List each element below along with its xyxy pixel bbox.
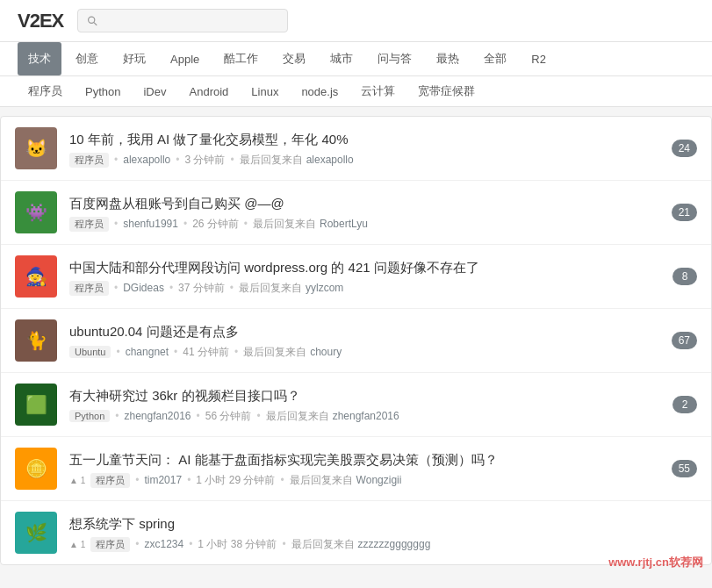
last-reply-user[interactable]: choury	[310, 346, 342, 358]
post-tag[interactable]: 程序员	[69, 153, 109, 168]
post-title[interactable]: 有大神研究过 36kr 的视频栏目接口吗？	[69, 386, 660, 405]
search-box[interactable]	[77, 9, 288, 32]
nav-tab[interactable]: 全部	[473, 42, 517, 75]
nav-tab[interactable]: 技术	[18, 42, 61, 75]
post-author[interactable]: alexapollo	[123, 154, 170, 166]
sub-nav-item[interactable]: 宽带症候群	[407, 76, 485, 106]
last-reply-user[interactable]: yylzcom	[306, 282, 343, 294]
post-meta: 程序员•shenfu1991•26 分钟前•最后回复来自 RobertLyu	[69, 217, 659, 232]
dot-separator: •	[115, 410, 119, 422]
sub-nav-item[interactable]: 云计算	[350, 76, 406, 106]
post-tag[interactable]: 程序员	[90, 537, 130, 552]
post-author[interactable]: zhengfan2016	[124, 410, 191, 422]
post-tag[interactable]: 程序员	[69, 217, 109, 232]
post-item: 🧙中国大陆和部分代理网段访问 wordpress.org 的 421 问题好像不…	[1, 245, 711, 309]
post-tag[interactable]: Python	[69, 410, 110, 422]
post-title[interactable]: 中国大陆和部分代理网段访问 wordpress.org 的 421 问题好像不存…	[69, 258, 660, 276]
post-meta: Ubuntu•changnet•41 分钟前•最后回复来自 choury	[69, 345, 659, 360]
last-reply-user[interactable]: alexapollo	[306, 154, 354, 166]
dot-separator: •	[114, 218, 118, 230]
post-author[interactable]: zxc1234	[144, 538, 183, 550]
dot-separator: •	[176, 154, 179, 166]
post-meta: Python•zhengfan2016•56 分钟前•最后回复来自 zhengf…	[69, 409, 660, 424]
last-reply-user[interactable]: RobertLyu	[320, 218, 368, 230]
sub-nav-item[interactable]: Android	[179, 78, 240, 105]
sub-nav-item[interactable]: Python	[75, 78, 131, 105]
post-item: 🪙五一儿童节天问： AI 能基于盘面指标实现完美股票交易决策（预测）吗？▲ 1程…	[1, 437, 711, 501]
post-author[interactable]: tim2017	[144, 474, 182, 486]
reply-count-badge: 55	[672, 460, 697, 477]
post-time: 3 分钟前	[184, 153, 225, 168]
post-title[interactable]: 百度网盘从租账号到自己购买 @—@	[69, 194, 659, 212]
post-tag[interactable]: 程序员	[90, 473, 130, 488]
posts-list: 🐱10 年前，我用 AI 做了量化交易模型，年化 40%程序员•alexapol…	[0, 116, 712, 565]
nav-tab[interactable]: 问与答	[367, 42, 422, 75]
nav-tab[interactable]: 最热	[426, 42, 470, 75]
last-reply-user[interactable]: Wongzigii	[356, 474, 402, 486]
post-content: 百度网盘从租账号到自己购买 @—@程序员•shenfu1991•26 分钟前•最…	[69, 194, 659, 232]
post-tag[interactable]: Ubuntu	[69, 346, 111, 358]
reply-count-badge: 2	[672, 396, 697, 413]
dot-separator: •	[234, 346, 238, 358]
upvote-icon: ▲ 1	[69, 540, 85, 549]
post-title[interactable]: 10 年前，我用 AI 做了量化交易模型，年化 40%	[69, 130, 659, 148]
post-meta: 程序员•DGideas•37 分钟前•最后回复来自 yylzcom	[69, 281, 660, 296]
last-reply-user[interactable]: zzzzzzggggggg	[358, 538, 431, 550]
post-meta: ▲ 1程序员•tim2017•1 小时 29 分钟前•最后回复来自 Wongzi…	[69, 473, 659, 488]
post-title[interactable]: ubuntu20.04 问题还是有点多	[69, 322, 659, 341]
dot-separator: •	[135, 474, 139, 486]
avatar: 🟩	[15, 384, 57, 426]
dot-separator: •	[197, 410, 200, 422]
nav-tab[interactable]: 交易	[272, 42, 316, 75]
sub-nav-item[interactable]: iDev	[133, 78, 176, 105]
dot-separator: •	[282, 538, 285, 550]
post-content: 五一儿童节天问： AI 能基于盘面指标实现完美股票交易决策（预测）吗？▲ 1程序…	[69, 450, 659, 488]
post-time: 37 分钟前	[178, 281, 225, 296]
nav-tab[interactable]: R2	[521, 44, 557, 75]
dot-separator: •	[187, 474, 191, 486]
last-reply-label: 最后回复来自	[240, 153, 303, 168]
sub-nav-item[interactable]: node.js	[291, 78, 349, 105]
svg-point-0	[89, 17, 95, 23]
post-author[interactable]: DGideas	[123, 282, 164, 294]
post-item: 🐈ubuntu20.04 问题还是有点多Ubuntu•changnet•41 分…	[1, 309, 711, 373]
dot-separator: •	[135, 538, 139, 550]
sub-nav: 程序员PythoniDevAndroidLinuxnode.js云计算宽带症候群	[0, 76, 712, 107]
nav-tab[interactable]: 酷工作	[213, 42, 269, 75]
avatar: 🐱	[15, 127, 57, 169]
sub-nav-item[interactable]: Linux	[241, 78, 289, 105]
post-time: 26 分钟前	[192, 217, 239, 232]
nav-tab[interactable]: 好玩	[112, 42, 156, 75]
post-title[interactable]: 五一儿童节天问： AI 能基于盘面指标实现完美股票交易决策（预测）吗？	[69, 450, 659, 469]
post-author[interactable]: shenfu1991	[123, 218, 178, 230]
avatar: 🐈	[15, 319, 57, 362]
dot-separator: •	[116, 346, 119, 358]
dot-separator: •	[280, 474, 284, 486]
post-content: ubuntu20.04 问题还是有点多Ubuntu•changnet•41 分钟…	[69, 322, 659, 360]
sub-nav-item[interactable]: 程序员	[18, 76, 73, 106]
avatar: 🧙	[15, 255, 57, 298]
dot-separator: •	[189, 538, 192, 550]
search-icon	[87, 15, 98, 27]
nav-tab[interactable]: 创意	[65, 42, 109, 75]
upvote-icon: ▲ 1	[69, 476, 85, 485]
reply-count-badge: 8	[672, 268, 697, 285]
nav-tab[interactable]: 城市	[320, 42, 363, 75]
post-author[interactable]: changnet	[126, 346, 169, 358]
last-reply-user[interactable]: zhengfan2016	[333, 410, 399, 422]
last-reply-label: 最后回复来自	[291, 537, 355, 552]
post-item: 🟩有大神研究过 36kr 的视频栏目接口吗？Python•zhengfan201…	[1, 373, 711, 437]
svg-line-1	[94, 22, 97, 25]
post-title[interactable]: 想系统学下 spring	[69, 514, 697, 533]
last-reply-label: 最后回复来自	[266, 409, 329, 424]
nav-tabs: 技术创意好玩Apple酷工作交易城市问与答最热全部R2	[0, 42, 712, 76]
post-item: 👾百度网盘从租账号到自己购买 @—@程序员•shenfu1991•26 分钟前•…	[1, 181, 711, 245]
dot-separator: •	[114, 282, 118, 294]
search-input[interactable]	[104, 14, 278, 27]
dot-separator: •	[256, 410, 260, 422]
dot-separator: •	[169, 282, 173, 294]
dot-separator: •	[114, 154, 118, 166]
dot-separator: •	[230, 154, 234, 166]
post-tag[interactable]: 程序员	[69, 281, 109, 296]
nav-tab[interactable]: Apple	[160, 44, 210, 75]
